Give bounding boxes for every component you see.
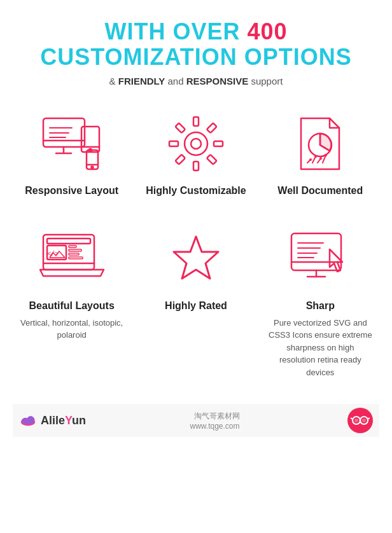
header-line1: WITH OVER 400 <box>13 19 379 45</box>
subtitle-post: support <box>248 76 283 87</box>
feature-highly-rated: Highly Rated <box>137 221 255 385</box>
feature-highly-customizable: Highly Customizable <box>137 106 255 208</box>
highly-rated-title: Highly Rated <box>165 300 227 313</box>
svg-point-9 <box>91 167 93 169</box>
svg-rect-38 <box>69 246 76 247</box>
svg-point-14 <box>191 139 201 149</box>
svg-rect-15 <box>193 117 199 126</box>
svg-rect-19 <box>207 123 217 134</box>
glasses-logo <box>347 408 373 433</box>
svg-point-30 <box>309 158 312 161</box>
brand-section: AlileYun <box>19 414 86 427</box>
svg-point-32 <box>319 157 322 160</box>
svg-point-56 <box>23 418 28 423</box>
sharp-desc: Pure vectorized SVG and CSS3 Icons ensur… <box>268 317 373 379</box>
star-icon <box>161 227 231 291</box>
page-wrapper: WITH OVER 400 CUSTOMIZATION OPTIONS & FR… <box>0 0 392 450</box>
svg-point-64 <box>362 419 366 422</box>
brand-pre: Alile <box>41 414 65 427</box>
svg-marker-43 <box>174 237 218 279</box>
svg-rect-20 <box>175 155 185 165</box>
svg-rect-17 <box>169 141 178 146</box>
svg-text:</>: </> <box>47 250 59 257</box>
feature-sharp: Sharp Pure vectorized SVG and CSS3 Icons… <box>262 221 379 385</box>
brand-post: un <box>72 414 86 427</box>
watermark-bar: AlileYun 淘气哥素材网 www.tqge.com <box>13 404 379 437</box>
svg-point-33 <box>325 154 327 156</box>
watermark-url: www.tqge.com <box>190 422 240 431</box>
brand-name: AlileYun <box>41 414 86 427</box>
svg-point-31 <box>314 155 317 158</box>
monitor-cursor-icon <box>285 227 355 291</box>
gear-icon <box>161 112 231 176</box>
svg-rect-44 <box>291 233 341 270</box>
subtitle-bold2: RESPONSIVE <box>186 76 249 87</box>
beautiful-layouts-title: Beautiful Layouts <box>29 300 115 313</box>
svg-point-13 <box>185 132 207 155</box>
devices-icon <box>37 112 107 176</box>
feature-responsive-layout: Responsive Layout <box>13 106 130 208</box>
watermark-right: 淘气哥素材网 www.tqge.com <box>190 411 240 431</box>
brand-accent: Y <box>65 414 72 427</box>
svg-line-61 <box>351 418 353 419</box>
svg-rect-40 <box>69 253 79 255</box>
header-section: WITH OVER 400 CUSTOMIZATION OPTIONS & FR… <box>13 19 379 87</box>
svg-rect-16 <box>193 162 199 170</box>
svg-rect-21 <box>175 123 185 134</box>
svg-rect-22 <box>207 155 217 165</box>
subtitle-mid: and <box>165 76 186 87</box>
subtitle-pre: & <box>109 76 118 87</box>
watermark-site: 淘气哥素材网 <box>190 411 240 422</box>
svg-point-63 <box>354 419 358 422</box>
features-grid: Responsive Layout <box>13 106 379 385</box>
svg-rect-36 <box>47 239 90 244</box>
header-accent-number: 400 <box>247 18 287 45</box>
highly-customizable-title: Highly Customizable <box>146 184 246 198</box>
subtitle-bold1: FRIENDLY <box>118 76 165 87</box>
svg-rect-41 <box>69 257 83 259</box>
sharp-title: Sharp <box>306 300 335 313</box>
document-chart-icon <box>285 112 355 176</box>
subtitle: & FRIENDLY and RESPONSIVE support <box>13 76 379 87</box>
header-line2: CUSTOMIZATION OPTIONS <box>13 45 379 70</box>
beautiful-layouts-desc: Vertical, horizontal, isotopic, polaroid <box>19 317 124 342</box>
svg-rect-39 <box>69 249 81 251</box>
well-documented-title: Well Documented <box>277 184 363 198</box>
feature-well-documented: Well Documented <box>262 106 379 208</box>
header-pre-text: WITH OVER <box>104 18 247 45</box>
svg-point-57 <box>27 416 34 423</box>
feature-beautiful-layouts: </> Beautiful Layouts Vertical, horizont… <box>13 221 130 385</box>
svg-rect-18 <box>214 141 223 146</box>
svg-line-62 <box>368 418 370 419</box>
cloud-icon <box>19 414 37 427</box>
layouts-icon: </> <box>37 227 107 291</box>
responsive-layout-title: Responsive Layout <box>25 184 118 198</box>
